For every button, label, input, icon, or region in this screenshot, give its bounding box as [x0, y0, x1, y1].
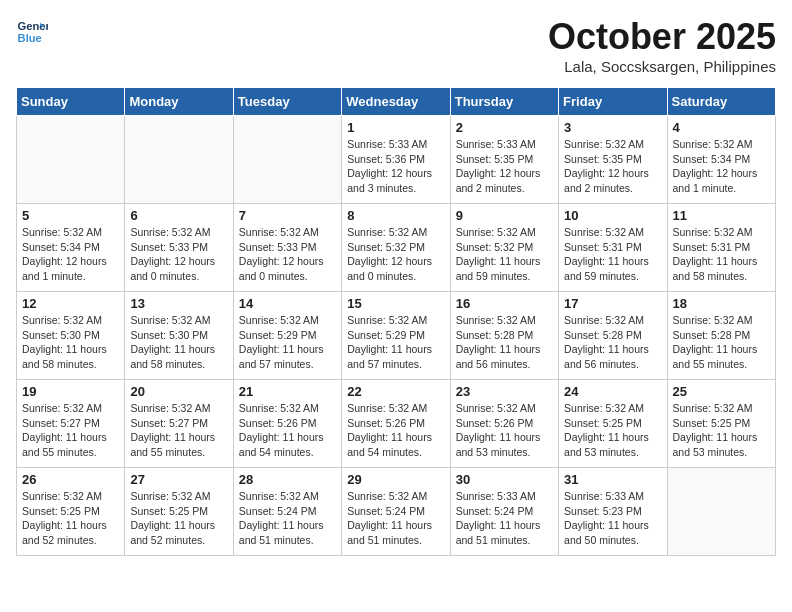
day-info: Sunrise: 5:32 AMSunset: 5:25 PMDaylight:… — [130, 489, 227, 548]
day-info: Sunrise: 5:33 AMSunset: 5:24 PMDaylight:… — [456, 489, 553, 548]
calendar-cell: 7Sunrise: 5:32 AMSunset: 5:33 PMDaylight… — [233, 204, 341, 292]
day-number: 10 — [564, 208, 661, 223]
calendar-cell: 19Sunrise: 5:32 AMSunset: 5:27 PMDayligh… — [17, 380, 125, 468]
day-number: 18 — [673, 296, 770, 311]
day-number: 4 — [673, 120, 770, 135]
calendar-cell: 20Sunrise: 5:32 AMSunset: 5:27 PMDayligh… — [125, 380, 233, 468]
day-info: Sunrise: 5:32 AMSunset: 5:28 PMDaylight:… — [456, 313, 553, 372]
day-number: 2 — [456, 120, 553, 135]
calendar-cell: 16Sunrise: 5:32 AMSunset: 5:28 PMDayligh… — [450, 292, 558, 380]
column-header-tuesday: Tuesday — [233, 88, 341, 116]
day-info: Sunrise: 5:32 AMSunset: 5:27 PMDaylight:… — [22, 401, 119, 460]
calendar-cell: 3Sunrise: 5:32 AMSunset: 5:35 PMDaylight… — [559, 116, 667, 204]
day-info: Sunrise: 5:32 AMSunset: 5:30 PMDaylight:… — [130, 313, 227, 372]
calendar-cell — [233, 116, 341, 204]
calendar-cell: 23Sunrise: 5:32 AMSunset: 5:26 PMDayligh… — [450, 380, 558, 468]
day-info: Sunrise: 5:32 AMSunset: 5:34 PMDaylight:… — [673, 137, 770, 196]
day-number: 20 — [130, 384, 227, 399]
day-info: Sunrise: 5:32 AMSunset: 5:29 PMDaylight:… — [347, 313, 444, 372]
calendar-cell: 10Sunrise: 5:32 AMSunset: 5:31 PMDayligh… — [559, 204, 667, 292]
day-number: 21 — [239, 384, 336, 399]
calendar-cell: 26Sunrise: 5:32 AMSunset: 5:25 PMDayligh… — [17, 468, 125, 556]
week-row-3: 19Sunrise: 5:32 AMSunset: 5:27 PMDayligh… — [17, 380, 776, 468]
day-info: Sunrise: 5:32 AMSunset: 5:35 PMDaylight:… — [564, 137, 661, 196]
month-title: October 2025 — [548, 16, 776, 58]
day-number: 9 — [456, 208, 553, 223]
day-number: 5 — [22, 208, 119, 223]
day-number: 31 — [564, 472, 661, 487]
day-info: Sunrise: 5:32 AMSunset: 5:25 PMDaylight:… — [564, 401, 661, 460]
day-info: Sunrise: 5:32 AMSunset: 5:25 PMDaylight:… — [673, 401, 770, 460]
day-number: 8 — [347, 208, 444, 223]
day-number: 3 — [564, 120, 661, 135]
calendar-cell: 29Sunrise: 5:32 AMSunset: 5:24 PMDayligh… — [342, 468, 450, 556]
calendar-cell: 8Sunrise: 5:32 AMSunset: 5:32 PMDaylight… — [342, 204, 450, 292]
week-row-4: 26Sunrise: 5:32 AMSunset: 5:25 PMDayligh… — [17, 468, 776, 556]
day-info: Sunrise: 5:32 AMSunset: 5:31 PMDaylight:… — [564, 225, 661, 284]
day-number: 22 — [347, 384, 444, 399]
day-info: Sunrise: 5:32 AMSunset: 5:30 PMDaylight:… — [22, 313, 119, 372]
calendar-cell: 2Sunrise: 5:33 AMSunset: 5:35 PMDaylight… — [450, 116, 558, 204]
day-info: Sunrise: 5:33 AMSunset: 5:36 PMDaylight:… — [347, 137, 444, 196]
calendar-cell — [125, 116, 233, 204]
column-header-friday: Friday — [559, 88, 667, 116]
day-info: Sunrise: 5:32 AMSunset: 5:29 PMDaylight:… — [239, 313, 336, 372]
days-header-row: SundayMondayTuesdayWednesdayThursdayFrid… — [17, 88, 776, 116]
calendar-cell: 11Sunrise: 5:32 AMSunset: 5:31 PMDayligh… — [667, 204, 775, 292]
column-header-thursday: Thursday — [450, 88, 558, 116]
calendar-cell: 15Sunrise: 5:32 AMSunset: 5:29 PMDayligh… — [342, 292, 450, 380]
day-number: 19 — [22, 384, 119, 399]
day-info: Sunrise: 5:32 AMSunset: 5:27 PMDaylight:… — [130, 401, 227, 460]
day-info: Sunrise: 5:33 AMSunset: 5:35 PMDaylight:… — [456, 137, 553, 196]
day-number: 27 — [130, 472, 227, 487]
day-info: Sunrise: 5:32 AMSunset: 5:31 PMDaylight:… — [673, 225, 770, 284]
calendar-cell: 13Sunrise: 5:32 AMSunset: 5:30 PMDayligh… — [125, 292, 233, 380]
calendar-cell — [667, 468, 775, 556]
day-number: 7 — [239, 208, 336, 223]
day-number: 16 — [456, 296, 553, 311]
day-info: Sunrise: 5:32 AMSunset: 5:26 PMDaylight:… — [456, 401, 553, 460]
calendar-cell: 22Sunrise: 5:32 AMSunset: 5:26 PMDayligh… — [342, 380, 450, 468]
calendar-cell: 4Sunrise: 5:32 AMSunset: 5:34 PMDaylight… — [667, 116, 775, 204]
day-info: Sunrise: 5:32 AMSunset: 5:24 PMDaylight:… — [347, 489, 444, 548]
calendar-cell: 6Sunrise: 5:32 AMSunset: 5:33 PMDaylight… — [125, 204, 233, 292]
day-number: 6 — [130, 208, 227, 223]
day-info: Sunrise: 5:32 AMSunset: 5:33 PMDaylight:… — [239, 225, 336, 284]
column-header-monday: Monday — [125, 88, 233, 116]
calendar-cell — [17, 116, 125, 204]
day-info: Sunrise: 5:32 AMSunset: 5:25 PMDaylight:… — [22, 489, 119, 548]
day-number: 12 — [22, 296, 119, 311]
day-number: 15 — [347, 296, 444, 311]
calendar-cell: 25Sunrise: 5:32 AMSunset: 5:25 PMDayligh… — [667, 380, 775, 468]
week-row-0: 1Sunrise: 5:33 AMSunset: 5:36 PMDaylight… — [17, 116, 776, 204]
day-number: 29 — [347, 472, 444, 487]
calendar-cell: 24Sunrise: 5:32 AMSunset: 5:25 PMDayligh… — [559, 380, 667, 468]
calendar-cell: 12Sunrise: 5:32 AMSunset: 5:30 PMDayligh… — [17, 292, 125, 380]
calendar-cell: 14Sunrise: 5:32 AMSunset: 5:29 PMDayligh… — [233, 292, 341, 380]
calendar-cell: 27Sunrise: 5:32 AMSunset: 5:25 PMDayligh… — [125, 468, 233, 556]
day-info: Sunrise: 5:32 AMSunset: 5:28 PMDaylight:… — [673, 313, 770, 372]
calendar-cell: 21Sunrise: 5:32 AMSunset: 5:26 PMDayligh… — [233, 380, 341, 468]
day-number: 11 — [673, 208, 770, 223]
day-number: 24 — [564, 384, 661, 399]
location: Lala, Soccsksargen, Philippines — [548, 58, 776, 75]
day-info: Sunrise: 5:32 AMSunset: 5:33 PMDaylight:… — [130, 225, 227, 284]
title-block: October 2025 Lala, Soccsksargen, Philipp… — [548, 16, 776, 75]
calendar-cell: 5Sunrise: 5:32 AMSunset: 5:34 PMDaylight… — [17, 204, 125, 292]
day-info: Sunrise: 5:32 AMSunset: 5:26 PMDaylight:… — [239, 401, 336, 460]
day-info: Sunrise: 5:32 AMSunset: 5:32 PMDaylight:… — [456, 225, 553, 284]
page-header: General Blue October 2025 Lala, Soccsksa… — [16, 16, 776, 75]
day-info: Sunrise: 5:32 AMSunset: 5:26 PMDaylight:… — [347, 401, 444, 460]
day-info: Sunrise: 5:32 AMSunset: 5:34 PMDaylight:… — [22, 225, 119, 284]
day-info: Sunrise: 5:32 AMSunset: 5:28 PMDaylight:… — [564, 313, 661, 372]
column-header-sunday: Sunday — [17, 88, 125, 116]
calendar-cell: 28Sunrise: 5:32 AMSunset: 5:24 PMDayligh… — [233, 468, 341, 556]
day-number: 14 — [239, 296, 336, 311]
calendar-cell: 18Sunrise: 5:32 AMSunset: 5:28 PMDayligh… — [667, 292, 775, 380]
calendar-cell: 9Sunrise: 5:32 AMSunset: 5:32 PMDaylight… — [450, 204, 558, 292]
day-number: 30 — [456, 472, 553, 487]
week-row-1: 5Sunrise: 5:32 AMSunset: 5:34 PMDaylight… — [17, 204, 776, 292]
day-number: 23 — [456, 384, 553, 399]
svg-text:Blue: Blue — [18, 32, 42, 44]
day-number: 17 — [564, 296, 661, 311]
